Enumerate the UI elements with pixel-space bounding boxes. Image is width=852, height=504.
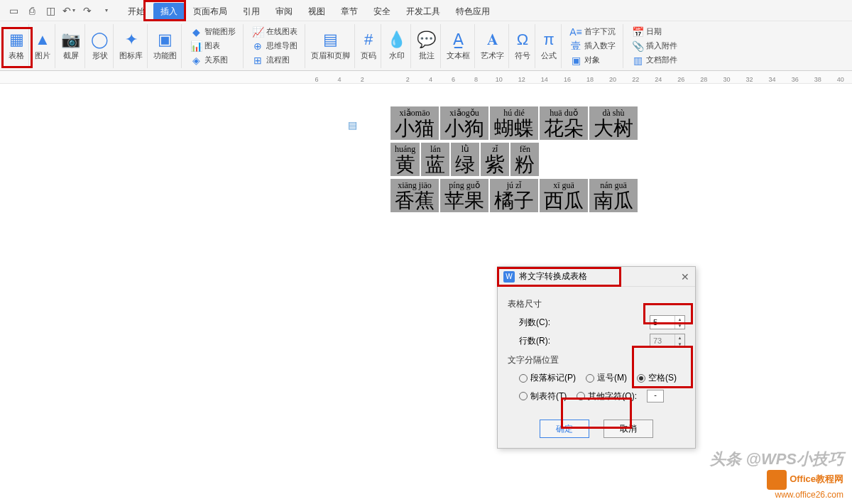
headerfooter-button[interactable]: ▤页眉和页脚	[311, 31, 350, 61]
smartshape-button[interactable]: ◆智能图形	[187, 26, 239, 38]
equation-icon: π	[543, 31, 554, 49]
columns-spinner[interactable]: 5 ▲▼	[650, 315, 685, 329]
headerfooter-icon: ▤	[323, 31, 338, 49]
insertnum-button[interactable]: 壹插入数字	[567, 40, 618, 53]
close-icon[interactable]: ✕	[681, 271, 689, 283]
text-row: huáng黄 lán蓝 lǜ绿 zǐ紫 fěn粉	[390, 143, 638, 176]
camera-icon: 📷	[61, 31, 80, 49]
docpart-icon: ▥	[632, 55, 643, 66]
main-tabs: 开始 插入 页面布局 引用 审阅 视图 章节 安全 开发工具 特色应用	[121, 3, 497, 21]
radio-space[interactable]: 空格(S)	[637, 372, 677, 384]
equation-button[interactable]: π公式	[541, 31, 557, 61]
onlinechart-icon: 📈	[252, 26, 263, 38]
shape-icon: ◯	[91, 31, 109, 49]
flowchart-button[interactable]: ⊞流程图	[249, 54, 300, 67]
watermark-brand: Office教程网	[790, 473, 843, 484]
pagenum-button[interactable]: #页码	[361, 31, 376, 61]
redo-icon[interactable]: ↷	[80, 3, 95, 18]
comment-button[interactable]: 💬批注	[417, 31, 436, 61]
tab-insert[interactable]: 插入	[153, 3, 185, 21]
dialog-titlebar: W 将文字转换成表格 ✕	[498, 267, 695, 287]
spinner-down-icon[interactable]: ▼	[675, 322, 684, 329]
undo-icon[interactable]: ↶▾	[61, 3, 77, 18]
textbox-icon: A̲	[453, 31, 464, 49]
wordart-icon: 𝐀	[487, 31, 498, 49]
onlinechart-button[interactable]: 📈在线图表	[249, 26, 300, 38]
shape-button[interactable]: ◯形状	[91, 31, 109, 61]
document-content: xiǎomāo小猫 xiǎogǒu小狗 hú dié蝴蝶 huā duǒ花朵 d…	[390, 106, 638, 215]
watermark: 头条 @WPS小技巧 Office教程网 www.office26.com	[710, 449, 843, 500]
spinner-down-icon[interactable]: ▼	[675, 341, 684, 347]
watermark-button[interactable]: 💧水印	[387, 31, 406, 61]
wordart-button[interactable]: 𝐀艺术字	[481, 31, 504, 61]
smartshape-icon: ◆	[190, 26, 202, 38]
pagenum-icon: #	[364, 31, 373, 49]
tab-view[interactable]: 视图	[301, 3, 332, 21]
featureimg-button[interactable]: ▣功能图	[153, 31, 177, 61]
ok-button[interactable]: 确定	[540, 420, 589, 438]
paragraph-marker-icon: ▤	[348, 119, 357, 131]
dropcap-button[interactable]: A≡首字下沉	[567, 26, 618, 38]
other-char-input[interactable]: -	[647, 390, 664, 402]
spinner-up-icon[interactable]: ▲	[675, 334, 684, 341]
rows-value: 73	[653, 336, 662, 345]
radio-comma[interactable]: 逗号(M)	[586, 372, 627, 384]
rows-spinner[interactable]: 73 ▲▼	[650, 334, 685, 348]
text-row: xiǎomāo小猫 xiǎogǒu小狗 hú dié蝴蝶 huā duǒ花朵 d…	[390, 106, 638, 140]
tab-chapter[interactable]: 章节	[334, 3, 365, 21]
section-size-label: 表格尺寸	[508, 298, 685, 310]
watermark-line1: 头条 @WPS小技巧	[710, 449, 843, 470]
tab-review[interactable]: 审阅	[268, 3, 300, 21]
calendar-icon: 📅	[632, 26, 643, 38]
flowchart-icon: ⊞	[252, 55, 263, 66]
tab-layout[interactable]: 页面布局	[186, 3, 234, 21]
preview-icon[interactable]: ◫	[43, 3, 58, 18]
ribbon-insert: ▦ 表格 ▲图片 📷截屏 ◯形状 ✦图标库 ▣功能图 ◆智能图形 📊图表 ◈关系…	[0, 21, 852, 71]
horizontal-ruler: 642246810121416182022242628303234363840	[0, 71, 852, 84]
print-icon[interactable]: ⎙	[24, 3, 40, 18]
date-button[interactable]: 📅日期	[629, 26, 680, 38]
radio-other[interactable]: 其他字符(O):	[577, 390, 637, 402]
table-button[interactable]: ▦ 表格	[9, 31, 24, 61]
symbol-icon: Ω	[517, 31, 528, 49]
relation-icon: ◈	[190, 55, 202, 66]
textbox-button[interactable]: A̲文本框	[447, 31, 470, 61]
iconlib-button[interactable]: ✦图标库	[119, 31, 143, 61]
chart-button[interactable]: 📊图表	[187, 40, 239, 53]
chart-icon: 📊	[190, 40, 202, 52]
tab-features[interactable]: 特色应用	[449, 3, 497, 21]
picture-icon: ▲	[35, 31, 50, 49]
tab-security[interactable]: 安全	[366, 3, 398, 21]
iconlib-icon: ✦	[125, 31, 138, 49]
screenshot-button[interactable]: 📷截屏	[61, 31, 80, 61]
tab-start[interactable]: 开始	[121, 3, 152, 21]
table-icon: ▦	[9, 31, 24, 49]
object-button[interactable]: ▣对象	[567, 54, 618, 67]
dropdown-icon[interactable]: ▾	[98, 3, 114, 18]
relation-button[interactable]: ◈关系图	[187, 54, 239, 67]
columns-label: 列数(C):	[519, 317, 550, 329]
tab-reference[interactable]: 引用	[236, 3, 267, 21]
mindmap-button[interactable]: ⊕思维导图	[249, 40, 300, 53]
cancel-button[interactable]: 取消	[604, 420, 653, 438]
text-row: xiāng jiāo香蕉 píng guǒ苹果 jú zǐ橘子 xī guā西瓜…	[390, 179, 638, 212]
featureimg-icon: ▣	[158, 31, 173, 49]
section-separator-label: 文字分隔位置	[508, 354, 685, 366]
watermark-icon: 💧	[387, 31, 406, 49]
spinner-up-icon[interactable]: ▲	[675, 316, 684, 322]
document-area[interactable]: ▤ xiǎomāo小猫 xiǎogǒu小狗 hú dié蝴蝶 huā duǒ花朵…	[0, 85, 852, 504]
convert-text-to-table-dialog: W 将文字转换成表格 ✕ 表格尺寸 列数(C): 5 ▲▼ 行数(R): 73 …	[497, 266, 696, 449]
picture-button[interactable]: ▲图片	[35, 31, 50, 61]
radio-tab[interactable]: 制表符(T)	[519, 390, 567, 402]
mindmap-icon: ⊕	[252, 40, 263, 52]
docpart-button[interactable]: ▥文档部件	[629, 54, 680, 67]
columns-value: 5	[653, 318, 657, 327]
office-logo-icon	[767, 470, 787, 490]
comment-icon: 💬	[417, 31, 436, 49]
radio-paragraph[interactable]: 段落标记(P)	[519, 372, 576, 384]
watermark-url: www.office26.com	[710, 490, 843, 500]
new-icon[interactable]: ▭	[6, 3, 21, 18]
symbol-button[interactable]: Ω符号	[515, 31, 530, 61]
attachment-button[interactable]: 📎插入附件	[629, 40, 680, 53]
tab-devtools[interactable]: 开发工具	[399, 3, 447, 21]
